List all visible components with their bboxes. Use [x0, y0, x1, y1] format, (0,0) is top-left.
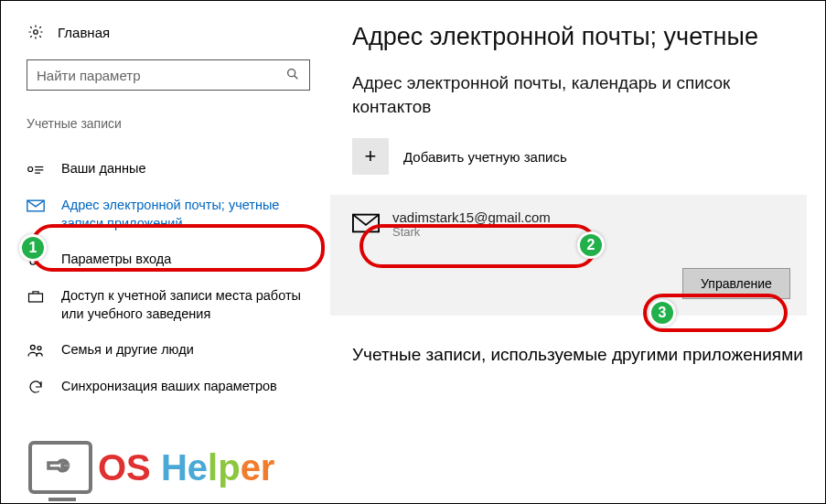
search-input[interactable]: [37, 68, 274, 83]
sidebar-item-label: Семья и другие люди: [61, 341, 194, 359]
sync-icon: [27, 378, 45, 396]
sidebar-item-family[interactable]: Семья и другие люди: [27, 332, 305, 369]
sidebar-item-label: Ваши данные: [61, 160, 146, 178]
search-icon: [285, 67, 300, 84]
home-link[interactable]: Главная: [27, 23, 305, 41]
svg-point-0: [34, 30, 38, 35]
people-icon: [27, 341, 45, 359]
monitor-icon: [28, 441, 92, 494]
svg-point-10: [30, 346, 35, 350]
briefcase-icon: [27, 287, 45, 306]
sidebar-item-email-accounts[interactable]: Адрес электронной почты; учетные записи …: [27, 188, 305, 241]
annotation-badge-2: 2: [577, 231, 605, 259]
sidebar-item-label: Адрес электронной почты; учетные записи …: [61, 197, 305, 232]
sidebar: Главная Учетные записи Ваши данные: [1, 1, 330, 503]
svg-point-11: [38, 347, 41, 350]
watermark: OS Helper: [28, 441, 274, 494]
main-panel: Адрес электронной почты; учетные Адрес э…: [330, 1, 825, 503]
manage-button[interactable]: Управление: [682, 268, 790, 299]
search-input-wrap[interactable]: [27, 59, 310, 91]
person-card-icon: [27, 160, 45, 178]
home-label: Главная: [58, 25, 110, 40]
svg-point-1: [288, 69, 295, 76]
section-subtitle: Адрес электронной почты, календарь и спи…: [352, 71, 807, 118]
svg-point-3: [28, 167, 33, 172]
sidebar-item-info[interactable]: Ваши данные: [27, 151, 305, 188]
gear-icon: [27, 23, 45, 41]
svg-line-2: [295, 75, 298, 79]
section-label: Учетные записи: [27, 116, 305, 131]
mail-icon: [27, 197, 45, 215]
account-entry[interactable]: vadimstark15@gmail.com Stark Управление: [330, 195, 807, 316]
plus-icon[interactable]: +: [352, 138, 389, 175]
watermark-text: OS Helper: [98, 447, 274, 488]
sidebar-item-label: Параметры входа: [61, 251, 171, 269]
sidebar-item-sync[interactable]: Синхронизация ваших параметров: [27, 369, 305, 405]
sidebar-item-label: Синхронизация ваших параметров: [61, 378, 277, 396]
annotation-badge-1: 1: [19, 234, 47, 262]
other-apps-title: Учетные записи, используемые другими при…: [352, 343, 807, 367]
sidebar-item-label: Доступ к учетной записи места работы или…: [61, 287, 305, 323]
sidebar-item-signin[interactable]: Параметры входа: [27, 241, 305, 278]
sidebar-item-work[interactable]: Доступ к учетной записи места работы или…: [27, 278, 305, 332]
annotation-badge-3: 3: [649, 299, 676, 327]
mail-icon: [352, 213, 380, 236]
svg-rect-9: [29, 294, 43, 302]
account-email: vadimstark15@gmail.com: [392, 209, 551, 225]
page-title: Адрес электронной почты; учетные: [352, 23, 807, 51]
account-alias: Stark: [392, 225, 551, 239]
add-account-row[interactable]: + Добавить учетную запись: [352, 138, 807, 175]
add-account-label: Добавить учетную запись: [403, 149, 567, 165]
